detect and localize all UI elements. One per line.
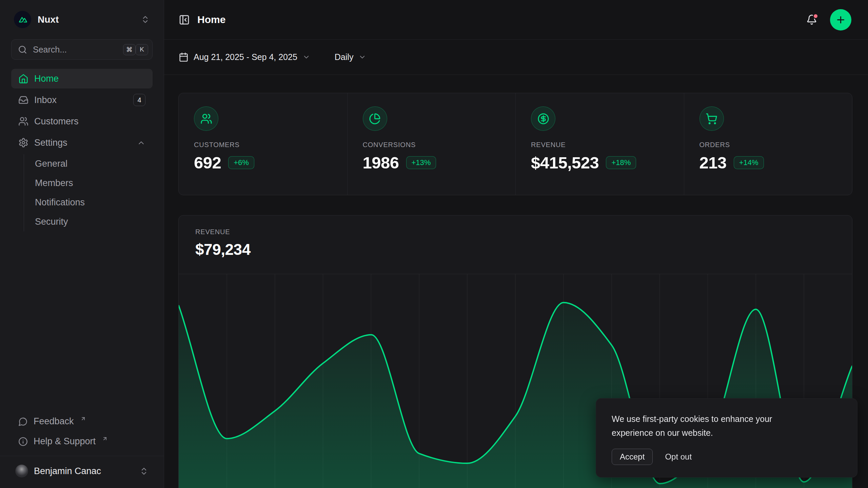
- avatar: [15, 465, 28, 477]
- search-shortcut: ⌘ K: [123, 44, 148, 55]
- sidebar-item-label: Customers: [34, 116, 79, 127]
- footer-link-label: Help & Support: [34, 436, 96, 447]
- message-circle-icon: [18, 417, 28, 426]
- kbd-cmd: ⌘: [123, 44, 136, 55]
- user-menu-button[interactable]: Benjamin Canac: [11, 460, 153, 482]
- sidebar-item-customers[interactable]: Customers: [11, 111, 153, 131]
- stat-label: REVENUE: [531, 141, 669, 149]
- stat-delta-badge: +18%: [606, 156, 636, 169]
- chevron-up-icon: [137, 139, 145, 147]
- cookie-banner: We use first-party cookies to enhance yo…: [596, 398, 857, 477]
- plus-icon: [835, 15, 846, 25]
- stat-icon-circle: [531, 106, 555, 131]
- revenue-chart-header: REVENUE $79,234: [179, 216, 852, 259]
- filter-toolbar: Aug 21, 2025 - Sep 4, 2025 Daily: [164, 40, 868, 75]
- panel-left-close-icon[interactable]: [179, 14, 190, 25]
- revenue-chart-label: REVENUE: [195, 228, 835, 236]
- stat-card-conversions: CONVERSIONS 1986 +13%: [347, 93, 516, 195]
- help-support-link[interactable]: Help & Support: [11, 431, 153, 451]
- chevron-down-icon: [302, 53, 310, 61]
- sidebar-divider: [0, 456, 164, 456]
- users-icon: [18, 116, 28, 126]
- stat-label: CUSTOMERS: [194, 141, 332, 149]
- stat-icon-circle: [194, 106, 218, 131]
- home-icon: [18, 74, 28, 84]
- stat-value: 1986: [363, 153, 399, 172]
- sidebar: Nuxt ⌘ K Home Inbox 4 Customers Settings: [0, 0, 164, 488]
- cookie-actions: Accept Opt out: [612, 449, 842, 465]
- sidebar-item-label: Home: [34, 74, 59, 84]
- dollar-circle-icon: [537, 113, 549, 125]
- chevrons-up-down-icon: [139, 467, 149, 476]
- stat-icon-circle: [699, 106, 724, 131]
- date-range-value: Aug 21, 2025 - Sep 4, 2025: [194, 52, 297, 62]
- stat-icon-circle: [363, 106, 387, 131]
- workspace-name: Nuxt: [38, 14, 59, 25]
- page-header: Home: [164, 0, 868, 40]
- sidebar-item-members[interactable]: Members: [24, 174, 153, 193]
- workspace-selector[interactable]: Nuxt: [11, 9, 153, 30]
- notifications-button[interactable]: [806, 14, 817, 25]
- add-button[interactable]: [830, 9, 851, 30]
- inbox-icon: [18, 95, 28, 105]
- cookie-message: We use first-party cookies to enhance yo…: [612, 412, 808, 440]
- date-range-picker[interactable]: Aug 21, 2025 - Sep 4, 2025: [179, 52, 310, 62]
- sidebar-spacer: [11, 231, 153, 411]
- kbd-k: K: [136, 44, 148, 55]
- stat-card-revenue: REVENUE $415,523 +18%: [515, 93, 684, 195]
- sidebar-item-security[interactable]: Security: [24, 212, 153, 231]
- calendar-icon: [179, 52, 189, 62]
- arrow-up-right-icon: [102, 436, 108, 442]
- settings-sub-list: General Members Notifications Security: [24, 154, 153, 231]
- sidebar-item-general[interactable]: General: [24, 154, 153, 174]
- feedback-link[interactable]: Feedback: [11, 411, 153, 431]
- arrow-up-right-icon: [80, 416, 86, 422]
- shopping-cart-icon: [706, 113, 717, 125]
- header-actions: [806, 9, 851, 30]
- stat-label: CONVERSIONS: [363, 141, 500, 149]
- sidebar-item-settings[interactable]: Settings: [11, 133, 153, 152]
- stat-value: $415,523: [531, 153, 599, 172]
- granularity-value: Daily: [335, 52, 354, 62]
- stat-delta-badge: +6%: [228, 156, 254, 169]
- cookie-optout-button[interactable]: Opt out: [665, 452, 692, 462]
- search-icon: [18, 45, 27, 54]
- sidebar-nav: Home Inbox 4 Customers Settings General …: [11, 69, 153, 231]
- chevrons-up-down-icon: [141, 15, 150, 24]
- stat-delta-badge: +13%: [406, 156, 436, 169]
- nuxt-logo: [14, 11, 31, 28]
- revenue-chart-value: $79,234: [195, 240, 835, 259]
- sidebar-item-label: Inbox: [34, 95, 57, 105]
- notification-dot: [813, 13, 818, 19]
- stat-value: 213: [699, 153, 727, 172]
- info-circle-icon: [18, 437, 28, 446]
- search-input[interactable]: [33, 45, 117, 55]
- sidebar-item-label: Settings: [34, 138, 67, 148]
- users-icon: [200, 113, 212, 125]
- page-title: Home: [197, 14, 225, 25]
- granularity-select[interactable]: Daily: [335, 52, 367, 62]
- footer-link-label: Feedback: [34, 416, 74, 427]
- stat-value: 692: [194, 153, 221, 172]
- cookie-accept-button[interactable]: Accept: [612, 449, 653, 465]
- user-name: Benjamin Canac: [34, 466, 101, 476]
- sidebar-item-inbox[interactable]: Inbox 4: [11, 90, 153, 110]
- chevron-down-icon: [358, 53, 366, 61]
- sidebar-item-notifications[interactable]: Notifications: [24, 193, 153, 212]
- search-box[interactable]: ⌘ K: [11, 39, 153, 60]
- stats-panel: CUSTOMERS 692 +6% CONVERSIONS 1986 +13%: [178, 93, 852, 195]
- settings-gear-icon: [18, 138, 28, 148]
- sidebar-item-home[interactable]: Home: [11, 69, 153, 88]
- stat-delta-badge: +14%: [734, 156, 764, 169]
- stat-card-orders: ORDERS 213 +14%: [684, 93, 852, 195]
- stat-label: ORDERS: [699, 141, 837, 149]
- pie-chart-icon: [369, 113, 381, 125]
- inbox-unread-badge: 4: [133, 94, 145, 106]
- stat-card-customers: CUSTOMERS 692 +6%: [179, 93, 347, 195]
